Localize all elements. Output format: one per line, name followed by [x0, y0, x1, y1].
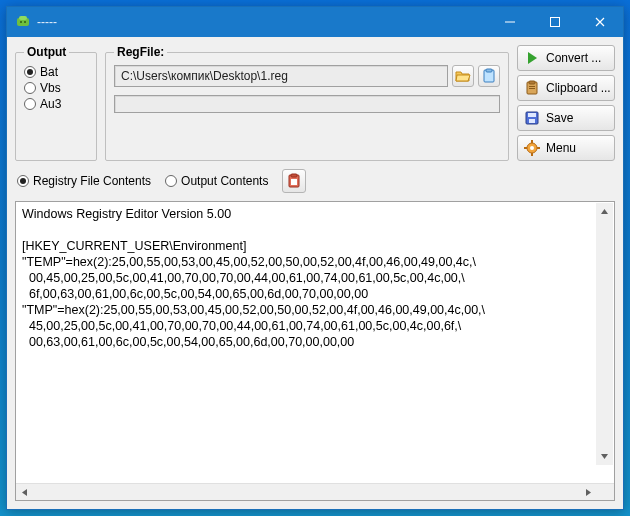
side-buttons: Convert ... Clipboard ... Save [517, 45, 615, 161]
close-button[interactable] [577, 7, 623, 37]
output-option-au3[interactable]: Au3 [24, 97, 88, 111]
radio-label: Au3 [40, 97, 61, 111]
svg-rect-13 [528, 113, 536, 117]
scroll-left-icon[interactable] [16, 484, 33, 501]
regfile-legend: RegFile: [114, 45, 167, 59]
view-selector-row: Registry File Contents Output Contents [15, 167, 615, 195]
output-legend: Output [24, 45, 69, 59]
convert-button[interactable]: Convert ... [517, 45, 615, 71]
svg-point-2 [20, 21, 22, 23]
top-row: Output Bat Vbs Au3 RegFile: [15, 45, 615, 161]
clipboard-icon [524, 80, 540, 96]
clipboard-icon [481, 68, 497, 84]
radio-icon [17, 175, 29, 187]
svg-rect-11 [529, 88, 535, 89]
minimize-button[interactable] [487, 7, 532, 37]
regfile-path-field[interactable]: C:\Users\компик\Desktop\1.reg [114, 65, 448, 87]
output-option-bat[interactable]: Bat [24, 65, 88, 79]
vertical-scrollbar[interactable] [596, 203, 613, 465]
content-area: Output Bat Vbs Au3 RegFile: [7, 37, 623, 509]
svg-rect-1 [19, 16, 27, 20]
folder-open-icon [455, 68, 471, 84]
radio-icon [24, 82, 36, 94]
menu-button[interactable]: Menu [517, 135, 615, 161]
scroll-track[interactable] [596, 220, 613, 448]
view-output-contents[interactable]: Output Contents [165, 174, 268, 188]
svg-point-3 [24, 21, 26, 23]
browse-button[interactable] [452, 65, 474, 87]
maximize-button[interactable] [532, 7, 577, 37]
radio-label: Output Contents [181, 174, 268, 188]
regfile-path-text: C:\Users\компик\Desktop\1.reg [121, 69, 288, 83]
app-icon [15, 14, 31, 30]
floppy-icon [524, 110, 540, 126]
progress-bar [114, 95, 500, 113]
svg-rect-23 [291, 179, 297, 185]
radio-label: Registry File Contents [33, 174, 151, 188]
horizontal-scrollbar[interactable] [16, 483, 614, 500]
editor-text[interactable]: Windows Registry Editor Version 5.00 [HK… [16, 202, 597, 354]
output-option-vbs[interactable]: Vbs [24, 81, 88, 95]
window-title: ----- [37, 15, 487, 29]
output-group: Output Bat Vbs Au3 [15, 45, 97, 161]
button-label: Convert ... [546, 51, 601, 65]
save-button[interactable]: Save [517, 105, 615, 131]
regfile-group: RegFile: C:\Users\компик\Desktop\1.reg [105, 45, 509, 161]
clipboard-icon [286, 173, 302, 189]
radio-label: Bat [40, 65, 58, 79]
svg-rect-4 [505, 22, 515, 23]
button-label: Menu [546, 141, 576, 155]
paste-path-button[interactable] [478, 65, 500, 87]
svg-rect-5 [550, 18, 559, 27]
radio-label: Vbs [40, 81, 61, 95]
svg-point-16 [530, 146, 534, 150]
copy-contents-button[interactable] [282, 169, 306, 193]
svg-rect-9 [529, 81, 535, 84]
scroll-corner [597, 484, 614, 500]
scroll-down-icon[interactable] [596, 448, 613, 465]
button-label: Save [546, 111, 573, 125]
radio-icon [24, 66, 36, 78]
view-registry-contents[interactable]: Registry File Contents [17, 174, 151, 188]
scroll-track[interactable] [33, 484, 580, 500]
titlebar[interactable]: ----- [7, 7, 623, 37]
editor-panel: Windows Registry Editor Version 5.00 [HK… [15, 201, 615, 501]
svg-rect-22 [291, 174, 297, 177]
scroll-right-icon[interactable] [580, 484, 597, 501]
gear-icon [524, 140, 540, 156]
play-icon [524, 50, 540, 66]
clipboard-button[interactable]: Clipboard ... [517, 75, 615, 101]
svg-rect-7 [486, 69, 492, 72]
button-label: Clipboard ... [546, 81, 611, 95]
scroll-up-icon[interactable] [596, 203, 613, 220]
svg-rect-10 [529, 86, 535, 87]
radio-icon [24, 98, 36, 110]
app-window: ----- Output Bat Vbs [6, 6, 624, 510]
svg-rect-14 [529, 119, 535, 123]
radio-icon [165, 175, 177, 187]
